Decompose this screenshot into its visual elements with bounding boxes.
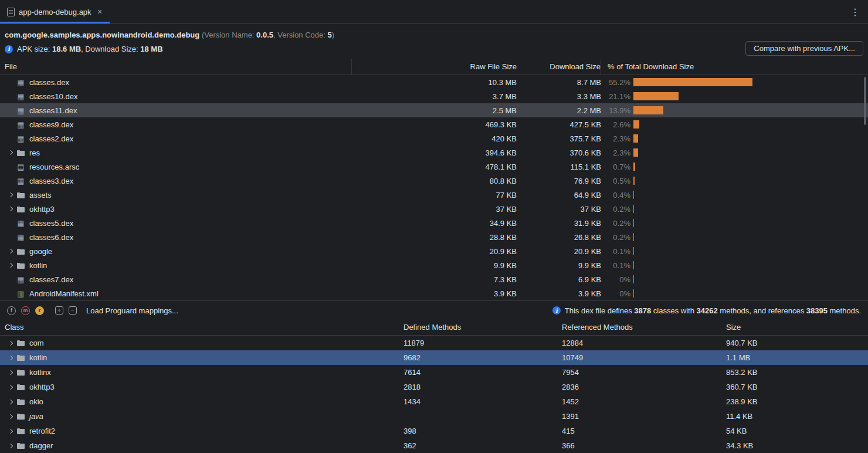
referenced-methods: 366 xyxy=(557,441,721,450)
file-row[interactable]: ▦ classes2.dex 420 KB 375.7 KB 2.3% xyxy=(0,131,868,146)
close-icon[interactable]: ✕ xyxy=(97,8,103,16)
percent-label: 2.6% xyxy=(601,120,630,129)
file-row[interactable]: kotlin 9.9 KB 9.9 KB 0.1% xyxy=(0,258,868,272)
column-header-raw-size[interactable]: Raw File Size xyxy=(352,59,517,75)
class-row[interactable]: kotlin 9682 10749 1.1 MB xyxy=(0,350,868,365)
percent-bar xyxy=(633,205,634,213)
file-row[interactable]: ▦ classes3.dex 80.8 KB 76.9 KB 0.5% xyxy=(0,174,868,188)
referenced-methods: 10749 xyxy=(557,353,721,362)
chevron-right-icon[interactable] xyxy=(6,415,16,418)
file-name-cell: ▦ classes2.dex xyxy=(0,134,352,143)
expand-all-icon[interactable]: + xyxy=(55,306,63,315)
percent-bar xyxy=(633,163,635,171)
collapse-all-icon[interactable]: − xyxy=(69,306,77,315)
class-row[interactable]: dagger 362 366 34.3 KB xyxy=(0,438,868,453)
percent-bar-track xyxy=(630,160,868,174)
column-header-size[interactable]: Size xyxy=(721,320,868,335)
folder-icon xyxy=(16,192,25,198)
chevron-right-icon[interactable] xyxy=(6,249,16,253)
compare-apk-button[interactable]: Compare with previous APK... xyxy=(745,41,863,56)
package-folder-icon xyxy=(16,398,25,405)
references-filter-icon[interactable]: r xyxy=(35,306,44,315)
dex-file-icon: ▦ xyxy=(16,121,25,129)
chevron-right-icon[interactable] xyxy=(6,371,16,374)
file-name-cell: ▦ classes7.dex xyxy=(0,275,352,284)
file-row[interactable]: ▦ classes10.dex 3.7 MB 3.3 MB 21.1% xyxy=(0,89,868,103)
package-line: com.google.samples.apps.nowinandroid.dem… xyxy=(5,29,861,40)
file-name-cell: ▦ classes10.dex xyxy=(0,92,352,101)
chevron-right-icon[interactable] xyxy=(6,400,16,404)
chevron-right-icon[interactable] xyxy=(6,193,16,197)
package-folder-icon xyxy=(16,428,25,434)
class-row[interactable]: kotlinx 7614 7954 853.2 KB xyxy=(0,365,868,380)
raw-file-size: 9.9 KB xyxy=(352,261,517,270)
column-header-download-size[interactable]: Download Size xyxy=(517,59,601,75)
chevron-right-icon[interactable] xyxy=(6,386,16,389)
class-name-cell: com xyxy=(0,339,399,347)
column-header-class[interactable]: Class xyxy=(0,320,399,335)
chevron-right-icon[interactable] xyxy=(6,430,16,433)
defined-methods: 9682 xyxy=(399,353,557,362)
class-size: 238.9 KB xyxy=(721,397,868,406)
tab-apk-file[interactable]: app-demo-debug.apk ✕ xyxy=(0,0,110,23)
file-row[interactable]: ▦ classes5.dex 34.9 KB 31.9 KB 0.2% xyxy=(0,216,868,230)
file-name-cell: ▦ classes11.dex xyxy=(0,106,352,115)
file-row[interactable]: res 394.6 KB 370.6 KB 2.3% xyxy=(0,146,868,160)
column-header-referenced-methods[interactable]: Referenced Methods xyxy=(557,320,721,335)
percent-bar-track xyxy=(630,216,868,230)
file-row[interactable]: ▦ classes7.dex 7.3 KB 6.9 KB 0% xyxy=(0,272,868,286)
load-proguard-button[interactable]: Load Proguard mappings... xyxy=(86,306,178,315)
percent-label: 0% xyxy=(601,275,630,284)
file-row[interactable]: ▦ classes.dex 10.3 MB 8.7 MB 55.2% xyxy=(0,75,868,89)
column-header-percent[interactable]: % of Total Download Size xyxy=(601,59,868,75)
percent-bar xyxy=(633,233,634,241)
file-name-cell: ▥ AndroidManifest.xml xyxy=(0,289,352,298)
file-row[interactable]: ▥ AndroidManifest.xml 3.9 KB 3.9 KB 0% xyxy=(0,286,868,300)
chevron-right-icon[interactable] xyxy=(6,151,16,154)
chevron-right-icon[interactable] xyxy=(6,263,16,267)
download-size: 37 KB xyxy=(517,205,601,214)
class-row[interactable]: com 11879 12884 940.7 KB xyxy=(0,336,868,350)
folder-icon xyxy=(16,262,25,269)
percent-label: 55.2% xyxy=(601,78,630,87)
apk-size-value: 18.6 MB xyxy=(52,45,81,53)
percent-label: 0.1% xyxy=(601,247,630,256)
class-row[interactable]: java 1391 11.4 KB xyxy=(0,409,868,424)
raw-file-size: 469.3 KB xyxy=(352,120,517,129)
raw-file-size: 37 KB xyxy=(352,205,517,214)
percent-bar-track xyxy=(630,131,868,146)
file-name: google xyxy=(29,247,52,256)
methods-filter-icon[interactable]: m xyxy=(21,306,30,315)
raw-file-size: 34.9 KB xyxy=(352,219,517,228)
class-name: com xyxy=(29,339,44,347)
percent-bar-track xyxy=(630,174,868,188)
class-name-cell: retrofit2 xyxy=(0,427,399,435)
file-row[interactable]: ▦ classes6.dex 28.8 KB 26.8 KB 0.2% xyxy=(0,230,868,244)
column-header-file[interactable]: File xyxy=(0,59,352,75)
package-folder-icon xyxy=(16,442,25,449)
class-row[interactable]: retrofit2 398 415 54 KB xyxy=(0,424,868,438)
file-row[interactable]: ▦ classes9.dex 469.3 KB 427.5 KB 2.6% xyxy=(0,117,868,131)
raw-file-size: 28.8 KB xyxy=(352,233,517,242)
percent-bar xyxy=(633,191,634,199)
file-name: kotlin xyxy=(29,261,47,270)
fields-filter-icon[interactable]: f xyxy=(7,306,16,315)
class-row[interactable]: okio 1434 1452 238.9 KB xyxy=(0,394,868,409)
file-row[interactable]: okhttp3 37 KB 37 KB 0.2% xyxy=(0,202,868,216)
class-row[interactable]: okhttp3 2818 2836 360.7 KB xyxy=(0,380,868,394)
column-header-defined-methods[interactable]: Defined Methods xyxy=(399,320,557,335)
chevron-right-icon[interactable] xyxy=(6,207,16,211)
percent-label: 0.2% xyxy=(601,233,630,242)
vertical-scrollbar[interactable] xyxy=(864,77,866,125)
file-row[interactable]: google 20.9 KB 20.9 KB 0.1% xyxy=(0,244,868,258)
chevron-right-icon[interactable] xyxy=(6,444,16,448)
file-row[interactable]: ▦ classes11.dex 2.5 MB 2.2 MB 13.9% xyxy=(0,103,868,117)
file-row[interactable]: assets 77 KB 64.9 KB 0.4% xyxy=(0,188,868,202)
chevron-right-icon[interactable] xyxy=(6,342,16,345)
file-row[interactable]: ▤ resources.arsc 478.1 KB 115.1 KB 0.7% xyxy=(0,160,868,174)
version-label-3: ) xyxy=(332,31,334,39)
chevron-right-icon[interactable] xyxy=(6,356,16,360)
file-name: AndroidManifest.xml xyxy=(29,289,99,298)
class-name: retrofit2 xyxy=(29,427,55,435)
kebab-menu-icon[interactable]: ⋮ xyxy=(850,6,860,18)
